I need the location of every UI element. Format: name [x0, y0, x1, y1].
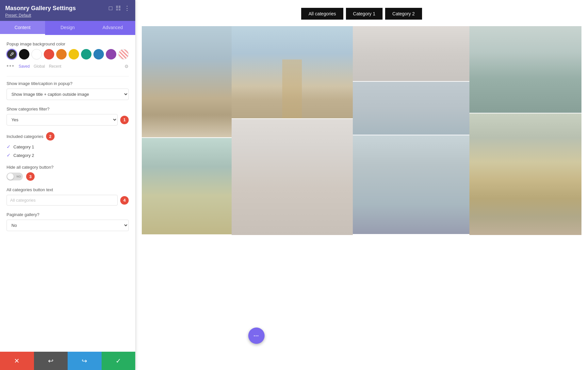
cat1-checkbox[interactable]: ✓ Category 1: [7, 144, 129, 150]
color-yellow[interactable]: [69, 49, 79, 59]
hide-all-category-section: Hide all category button? NO 3: [7, 165, 129, 181]
grid-icon[interactable]: ☷: [116, 5, 121, 12]
color-tab-global[interactable]: Global: [34, 64, 45, 69]
color-swatch-row: [7, 49, 129, 59]
settings-panel: Masonry Gallery Settings □ ☷ ⋮ Preset: D…: [0, 0, 135, 370]
cat2-check-icon: ✓: [7, 152, 11, 158]
gallery-image-5[interactable]: [353, 26, 469, 81]
tab-advanced[interactable]: Advanced: [90, 21, 135, 35]
undo-button[interactable]: ↩: [34, 352, 68, 370]
badge-4: 4: [120, 196, 129, 205]
expand-icon[interactable]: □: [109, 5, 112, 12]
tab-content[interactable]: Content: [0, 21, 45, 35]
category2-btn[interactable]: Category 2: [385, 8, 422, 20]
show-categories-select[interactable]: Yes: [7, 114, 118, 126]
panel-title: Masonry Gallery Settings: [5, 5, 76, 12]
category-filter-bar: All categories Category 1 Category 2: [135, 0, 588, 26]
paginate-section: Paginate gallery? No: [7, 212, 129, 231]
toggle-row: NO 3: [7, 172, 129, 181]
show-popup-label: Show image title/caption in popup?: [7, 81, 129, 86]
tab-bar: Content Design Advanced: [0, 21, 135, 35]
popup-bg-color-section: Popup image background color ••• Saved G…: [7, 42, 129, 70]
color-orange[interactable]: [56, 49, 67, 59]
color-dropper[interactable]: [7, 49, 17, 59]
masonry-col-1: [142, 26, 232, 235]
color-purple[interactable]: [106, 49, 116, 59]
show-categories-label: Show categories filter?: [7, 107, 129, 111]
sidebar-content: Popup image background color ••• Saved G…: [0, 35, 135, 352]
included-cats-header: Included categories 2: [7, 132, 129, 141]
sidebar-header: Masonry Gallery Settings □ ☷ ⋮ Preset: D…: [0, 0, 135, 21]
show-popup-select[interactable]: Show Image title + caption outside image: [7, 89, 129, 100]
badge-1: 1: [120, 116, 129, 124]
color-more-dots[interactable]: •••: [7, 63, 15, 70]
badge-3: 3: [26, 172, 35, 181]
redo-button[interactable]: ↪: [68, 352, 102, 370]
popup-bg-color-label: Popup image background color: [7, 42, 129, 46]
floating-dots-icon: •••: [254, 334, 259, 338]
category1-btn[interactable]: Category 1: [346, 8, 383, 20]
paginate-select[interactable]: No: [7, 220, 129, 231]
included-categories-section: Included categories 2 ✓ Category 1 ✓ Cat…: [7, 132, 129, 158]
show-categories-section: Show categories filter? Yes 1: [7, 107, 129, 126]
gallery-image-3[interactable]: [232, 26, 353, 118]
all-cat-text-label: All categories button text: [7, 187, 129, 192]
toggle-no-label: NO: [17, 175, 21, 178]
gallery-image-2[interactable]: [142, 138, 232, 234]
color-red[interactable]: [44, 49, 54, 59]
floating-menu-button[interactable]: •••: [248, 328, 265, 344]
cat2-label: Category 2: [13, 153, 34, 158]
toggle-knob: [7, 173, 14, 180]
gallery-image-4[interactable]: [232, 119, 353, 235]
color-none[interactable]: [118, 49, 129, 59]
all-cat-text-input[interactable]: [7, 195, 118, 206]
color-black[interactable]: [19, 49, 29, 59]
cat1-label: Category 1: [13, 144, 34, 149]
masonry-col-2: [232, 26, 353, 235]
cat1-check-icon: ✓: [7, 144, 11, 150]
hide-all-toggle[interactable]: NO: [7, 173, 23, 180]
color-settings-icon[interactable]: ⚙: [124, 64, 129, 69]
color-tab-recent[interactable]: Recent: [49, 64, 61, 69]
tab-design[interactable]: Design: [45, 21, 90, 35]
show-popup-section: Show image title/caption in popup? Show …: [7, 81, 129, 100]
gallery-image-6[interactable]: [353, 82, 469, 135]
sidebar-footer: ✕ ↩ ↪ ✓: [0, 352, 135, 370]
masonry-col-3: [353, 26, 469, 235]
all-cat-text-row: 4: [7, 195, 129, 206]
save-button[interactable]: ✓: [102, 352, 136, 370]
included-cats-label: Included categories: [7, 134, 43, 139]
badge-2: 2: [46, 132, 55, 141]
header-icons: □ ☷ ⋮: [109, 5, 130, 12]
cat2-checkbox[interactable]: ✓ Category 2: [7, 152, 129, 158]
gallery-image-8[interactable]: [469, 26, 581, 113]
masonry-col-4: [469, 26, 581, 235]
preview-area: All categories Category 1 Category 2: [135, 0, 588, 370]
all-cat-text-section: All categories button text 4: [7, 187, 129, 206]
gallery-image-1[interactable]: [142, 26, 232, 137]
preset-label: Preset: Default: [5, 13, 130, 21]
all-categories-btn[interactable]: All categories: [301, 8, 343, 20]
cancel-button[interactable]: ✕: [0, 352, 34, 370]
more-icon[interactable]: ⋮: [124, 5, 130, 12]
gallery-image-9[interactable]: [469, 113, 581, 235]
gallery-image-7[interactable]: [353, 135, 469, 234]
hide-all-category-label: Hide all category button?: [7, 165, 129, 170]
show-categories-row: Yes 1: [7, 114, 129, 126]
preset-link[interactable]: Preset: Default: [5, 13, 31, 18]
color-white[interactable]: [31, 49, 42, 59]
masonry-grid: [135, 26, 588, 242]
color-teal[interactable]: [81, 49, 91, 59]
paginate-label: Paginate gallery?: [7, 212, 129, 217]
color-blue[interactable]: [93, 49, 104, 59]
color-tab-saved[interactable]: Saved: [19, 64, 30, 69]
color-saved-row: ••• Saved Global Recent ⚙: [7, 63, 129, 70]
